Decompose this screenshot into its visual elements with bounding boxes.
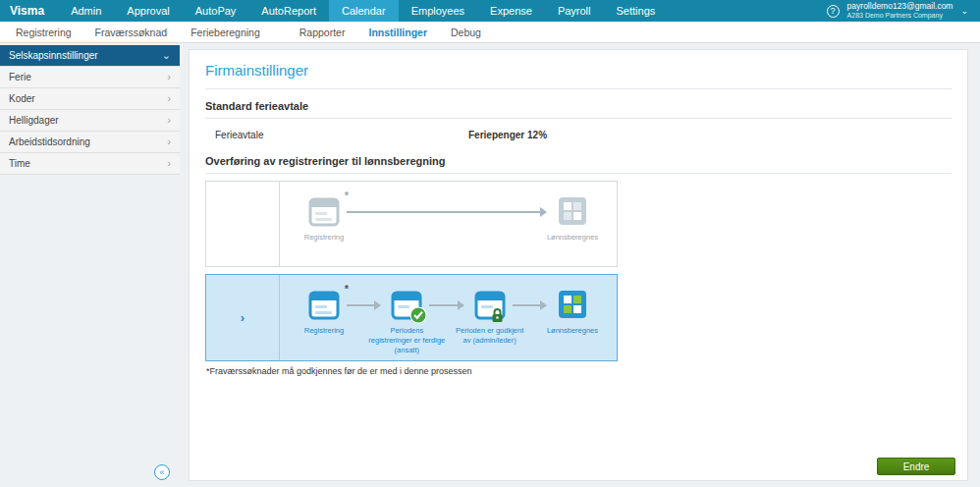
chevron-down-icon: ⌄ xyxy=(162,50,171,61)
step-label: Registrering xyxy=(304,233,344,243)
chevron-right-icon: › xyxy=(167,93,171,104)
sidebar-item-koder[interactable]: Koder › xyxy=(0,88,180,110)
sidebar-item-time[interactable]: Time › xyxy=(0,153,180,175)
subnav-rapporter[interactable]: Rapporter xyxy=(288,27,357,38)
option-selected-marker: › xyxy=(206,275,280,360)
flow-step: Lønnsberegnes xyxy=(534,194,611,243)
calendar-lock-icon xyxy=(473,288,507,321)
vacation-agreement-value: Feriepenger 12% xyxy=(468,130,547,140)
user-company: A283 Demo Partners Company xyxy=(847,12,953,20)
settings-sidebar: Selskapsinnstillinger ⌄ Ferie › Koder › … xyxy=(0,45,180,175)
top-nav-employees[interactable]: Employees xyxy=(399,0,477,22)
step-label: Lønnsberegnes xyxy=(547,233,598,243)
flow-step: Perioden er godkjent av (admin/leder) xyxy=(452,288,528,346)
top-nav-payroll[interactable]: Payroll xyxy=(545,0,604,22)
help-icon[interactable]: ? xyxy=(827,5,840,18)
asterisk-marker: * xyxy=(345,283,349,295)
user-menu[interactable]: payrolldemo123@gmail.com A283 Demo Partn… xyxy=(847,2,953,20)
flow-step: Lønnsberegnes xyxy=(534,288,611,336)
arrow-icon xyxy=(347,211,546,213)
payroll-grid-icon xyxy=(556,194,589,228)
check-badge-icon xyxy=(409,306,427,324)
top-nav-expense[interactable]: Expense xyxy=(477,0,545,22)
calendar-icon: * xyxy=(307,288,341,321)
top-nav-approval[interactable]: Approval xyxy=(114,0,182,22)
sidebar-item-label: Time xyxy=(9,158,30,169)
subnav-innstillinger[interactable]: Innstillinger xyxy=(356,27,439,38)
process-flow: * Registrering xyxy=(280,275,617,360)
user-email: payrolldemo123@gmail.com xyxy=(847,2,953,12)
chevron-right-icon: › xyxy=(167,115,171,126)
transfer-option-direct[interactable]: * Registrering Lønnsberegnes xyxy=(205,181,618,267)
step-label: Registrering xyxy=(304,326,344,336)
transfer-option-approval-flow[interactable]: › * Registrering xyxy=(205,274,618,361)
payroll-grid-icon xyxy=(556,288,589,321)
content-panel: Firmainstillinger Standard ferieavtale F… xyxy=(189,49,968,481)
top-nav-admin[interactable]: Admin xyxy=(58,0,114,22)
top-nav-settings[interactable]: Settings xyxy=(604,0,669,22)
sidebar-collapse-button[interactable]: « xyxy=(154,464,170,480)
sidebar-item-arbeidstidsordning[interactable]: Arbeidstidsordning › xyxy=(0,132,180,153)
lock-badge-icon xyxy=(490,307,505,323)
step-label: Lønnsberegnes xyxy=(547,326,598,336)
sidebar-item-label: Koder xyxy=(9,93,35,104)
calendar-check-icon xyxy=(390,288,423,321)
sidebar-item-helligdager[interactable]: Helligdager › xyxy=(0,110,180,132)
asterisk-marker: * xyxy=(345,189,349,201)
chevron-down-icon[interactable]: ⌄ xyxy=(960,6,968,16)
process-flow: * Registrering Lønnsberegnes xyxy=(280,182,617,266)
top-nav-autoreport[interactable]: AutoReport xyxy=(248,0,329,22)
subnav-fravaerssoknad[interactable]: Fraværssøknad xyxy=(83,27,180,38)
flow-step: * Registrering xyxy=(286,288,362,336)
step-label: Periodens registreringer er ferdige (ans… xyxy=(368,326,445,354)
vacation-agreement-label: Ferieavtale xyxy=(205,130,468,140)
sidebar-item-label: Ferie xyxy=(9,72,31,82)
subnav-debug[interactable]: Debug xyxy=(439,27,493,38)
option-select-cell xyxy=(206,182,280,266)
subnav-ferieberegning[interactable]: Ferieberegning xyxy=(179,27,272,38)
sidebar-item-ferie[interactable]: Ferie › xyxy=(0,67,180,88)
sidebar-item-label: Helligdager xyxy=(9,115,59,126)
sidebar-item-label: Arbeidstidsordning xyxy=(9,136,90,147)
top-nav-calendar[interactable]: Calendar xyxy=(329,0,399,22)
flow-step: * Registrering xyxy=(286,194,362,243)
footnote: *Fraværssøknader må godkjennes før de er… xyxy=(205,361,952,376)
top-nav-autopay[interactable]: AutoPay xyxy=(183,0,249,22)
chevron-right-icon: › xyxy=(167,136,171,147)
calendar-icon: * xyxy=(307,194,341,228)
visma-logo[interactable]: Visma xyxy=(0,0,58,22)
chevron-right-icon: › xyxy=(167,72,171,82)
vacation-section-heading: Standard ferieavtale xyxy=(205,89,952,118)
chevron-right-icon: › xyxy=(167,158,171,169)
sidebar-item-selskapsinnstillinger[interactable]: Selskapsinnstillinger ⌄ xyxy=(0,45,180,67)
top-navigation-bar: Visma Admin Approval AutoPay AutoReport … xyxy=(0,0,980,22)
divider xyxy=(205,173,952,174)
top-nav-menu: Admin Approval AutoPay AutoReport Calend… xyxy=(58,0,668,22)
step-label: Perioden er godkjent av (admin/leder) xyxy=(452,326,528,346)
module-sub-navigation: Registrering Fraværssøknad Ferieberegnin… xyxy=(0,22,980,43)
transfer-section-heading: Overføring av registreringer til lønnsbe… xyxy=(205,153,952,173)
sidebar-item-label: Selskapsinnstillinger xyxy=(9,50,98,61)
flow-step: Periodens registreringer er ferdige (ans… xyxy=(368,288,445,354)
page-title: Firmainstillinger xyxy=(205,58,952,88)
subnav-registrering[interactable]: Registrering xyxy=(4,27,83,38)
vacation-agreement-row: Ferieavtale Feriepenger 12% xyxy=(205,119,952,153)
endre-button[interactable]: Endre xyxy=(877,458,955,475)
user-area: ? payrolldemo123@gmail.com A283 Demo Par… xyxy=(827,0,980,22)
